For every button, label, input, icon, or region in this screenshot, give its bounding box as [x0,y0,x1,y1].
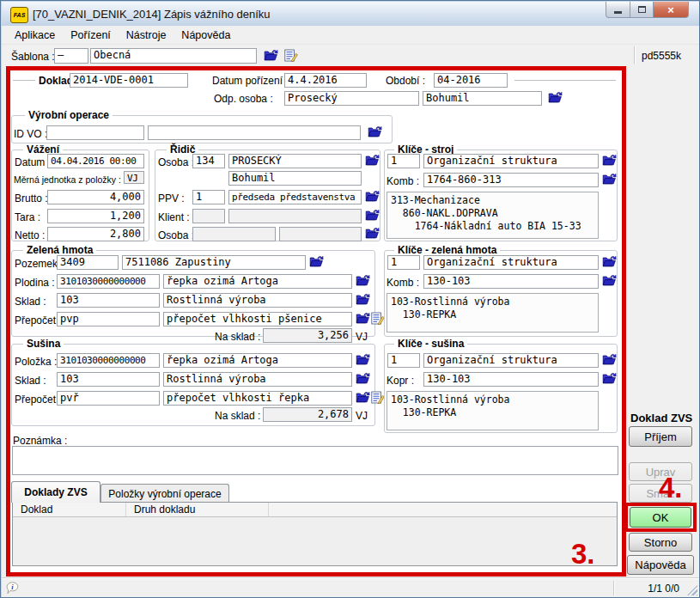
klice-zelena-typ-field[interactable]: 1 [387,255,420,270]
klice-stroj-komb-field[interactable]: 1764-860-313 [423,173,599,187]
klice-stroj-struktura-field[interactable]: Organizační struktura [423,154,599,168]
zh-na-sklad-field: 3,256 [263,328,352,343]
brutto-field[interactable]: 4,000 [47,190,144,204]
zh-sklad-nazev-field[interactable]: Rostlinná výroba [163,293,352,308]
smaz-button[interactable]: Smaž [629,484,692,503]
polozka-lookup-folder-icon[interactable] [356,353,371,367]
klice-susina-struktura-field[interactable]: Organizační struktura [423,353,599,368]
su-prepocet-folder-icon[interactable] [356,391,371,405]
klice-zelena-struktura-field[interactable]: Organizační struktura [423,255,599,270]
odp-osoba-firstname-field[interactable]: Bohumil [423,91,542,106]
tara-label: Tara : [15,211,40,223]
menu-item-aplikace[interactable]: Aplikace [9,27,61,44]
klice-susina-struktura-folder-icon[interactable] [602,353,618,367]
grid-column-doklad[interactable]: Doklad [13,503,126,516]
ppv-lookup-folder-icon[interactable] [365,190,380,204]
menu-item-napoveda[interactable]: Nápověda [175,27,236,44]
id-vo-lookup-folder-icon[interactable] [368,125,383,139]
vazeni-datum-field[interactable]: 04.04.2016 00:00 [47,154,144,168]
ridic-osoba-label: Osoba : [158,156,194,168]
klice-zelena-komb-folder-icon[interactable] [602,274,618,288]
klice-zelena-caption: Klíče - zelená hmota [394,244,500,256]
tara-field[interactable]: 1,200 [47,209,144,223]
klice-stroj-struktura-folder-icon[interactable] [602,154,618,168]
ridic-osoba2-label: Osoba : [158,229,194,241]
doklad-field[interactable]: 2014-VDE-0001 [70,73,188,88]
su-prepocet-nazev-field[interactable]: přepočet vlhkosti řepka [163,391,352,406]
plodina-lookup-folder-icon[interactable] [356,274,371,288]
zh-prepocet-nazev-field[interactable]: přepočet vlhkosti pšenice [163,312,352,326]
polozka-kod-field[interactable]: 3101030000000000 [57,353,160,368]
klient-lookup-folder-icon[interactable] [365,209,380,223]
odp-osoba-surname-field[interactable]: Prosecký [284,91,419,106]
close-button[interactable]: × [654,2,689,18]
datum-porizeni-field[interactable]: 4.4.2016 [284,73,367,88]
odp-osoba-lookup-folder-icon[interactable] [548,91,563,105]
klice-susina-caption: Klíče - sušina [394,338,467,350]
id-vo-name-field[interactable] [148,125,361,140]
id-vo-code-field[interactable] [46,125,144,140]
zh-prepocet-kod-field[interactable]: pvp [57,312,160,326]
resize-grip[interactable] [687,585,697,595]
pozemek-cislo-field[interactable]: 3409 [57,255,119,270]
ridic-osoba-jmeno-field[interactable]: Bohumil [228,171,362,186]
zh-prepocet-label: Přepočet : [15,314,62,326]
netto-field[interactable]: 2,800 [47,227,144,241]
osoba2-prijmeni-field [192,227,276,241]
su-prepocet-kod-field[interactable]: pvř [57,391,160,406]
klice-zelena-komb-field[interactable]: 130-103 [423,274,599,289]
edit-template-list-icon[interactable] [284,49,300,63]
tab-doklady-zvs-label: Doklady ZVS [24,486,87,498]
menu-item-nastroje[interactable]: Nástroje [120,27,173,44]
open-template-folder-icon[interactable] [264,49,279,63]
window-title: [70_VAZNI_DENIK_2014] Zápis vážního dení… [33,8,271,21]
pozemek-nazev-field[interactable]: 7511086 Zapustiny [122,255,306,270]
record-counter: 1/1 0/0 [648,583,679,595]
klice-susina-tree: 103-Rostlinná výroba 130-REPKA [387,391,599,430]
zh-prepocet-folder-icon[interactable] [356,312,371,326]
zh-sklad-lookup-folder-icon[interactable] [356,293,371,307]
prijem-button[interactable]: Příjem [629,426,692,447]
pozemek-lookup-folder-icon[interactable] [309,255,325,269]
minimize-button[interactable] [606,2,630,18]
tab-doklady-zvs[interactable]: Doklady ZVS [11,481,100,503]
klice-stroj-typ-field[interactable]: 1 [387,154,420,168]
klice-stroj-komb-folder-icon[interactable] [602,173,618,186]
ridic-osoba-lookup-folder-icon[interactable] [365,154,380,168]
klice-zelena-struktura-folder-icon[interactable] [602,255,618,269]
polozka-nazev-field[interactable]: řepka ozimá Artoga [163,353,352,368]
menu-item-porizeni[interactable]: Pořízení [64,27,117,44]
polozka-label: Položka : [15,356,57,368]
template-name-field[interactable]: Obecná [90,48,257,64]
osoba2-lookup-folder-icon[interactable] [365,227,380,241]
uprav-button[interactable]: Uprav [629,462,692,481]
template-code-field[interactable]: – [54,48,88,64]
maximize-button[interactable] [630,2,654,18]
grid-column-druh-dokladu[interactable]: Druh dokladu [126,503,269,516]
ppv-cislo-field[interactable]: 1 [192,190,225,204]
obdobi-field[interactable]: 04-2016 [434,73,508,88]
user-code-label: pd5555k [642,50,681,62]
ppv-text-field[interactable]: předseda představenstva [228,190,362,204]
su-sklad-nazev-field[interactable]: Rostlinná výroba [163,372,352,387]
storno-button[interactable]: Storno [629,533,692,552]
zh-sklad-cislo-field[interactable]: 103 [57,293,160,308]
netto-label: Netto : [15,229,45,241]
su-sklad-lookup-folder-icon[interactable] [356,372,371,386]
klice-susina-kopr-folder-icon[interactable] [602,372,618,386]
napoveda-button[interactable]: Nápověda [627,555,694,575]
minimize-icon [614,11,622,14]
header-groupline-right [514,80,616,83]
plodina-kod-field[interactable]: 3101030000000000 [57,274,160,289]
ridic-osoba-cislo-field[interactable]: 134 [192,154,225,168]
klice-susina-typ-field[interactable]: 1 [387,353,420,368]
ridic-osoba-prijmeni-field[interactable]: PROSECKÝ [228,154,362,168]
ok-button[interactable]: OK [630,507,691,528]
su-sklad-cislo-field[interactable]: 103 [57,372,160,387]
plodina-nazev-field[interactable]: řepka ozimá Artoga [163,274,352,289]
klice-susina-kopr-field[interactable]: 130-103 [423,372,599,387]
poznamka-label: Poznámka : [13,435,67,447]
tab-polozky-vyrobni-operace[interactable]: Položky výrobní operace [100,484,229,503]
poznamka-field[interactable] [12,446,618,475]
status-bar: i 1/1 0/0 [2,577,700,598]
